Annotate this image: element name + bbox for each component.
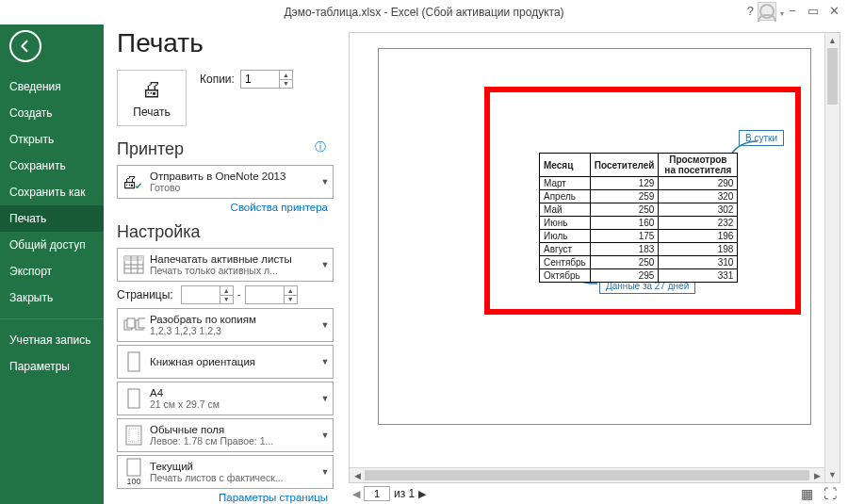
chevron-down-icon: ▼ <box>318 177 333 187</box>
portrait-icon <box>118 351 150 372</box>
printer-properties-link[interactable]: Свойства принтера <box>117 202 328 213</box>
sidebar-item-info[interactable]: Сведения <box>0 73 104 100</box>
app-title: Дэмо-таблица.xlsx - Excel (Сбой активаци… <box>284 6 563 19</box>
avatar[interactable] <box>758 2 776 21</box>
svg-rect-9 <box>139 318 145 328</box>
paper-select[interactable]: A4 21 см x 29.7 см ▼ <box>117 382 334 415</box>
sheet-icon <box>118 255 150 274</box>
margins-l2: Левое: 1.78 см Правое: 1... <box>150 435 301 447</box>
copies-input[interactable] <box>241 71 279 88</box>
back-button[interactable] <box>9 30 41 62</box>
page-icon <box>118 388 150 409</box>
sidebar-item-export[interactable]: Экспорт <box>0 258 104 285</box>
printer-select[interactable]: 🖨✔ Отправить в OneNote 2013 Готово ▼ <box>117 165 334 199</box>
scrollbar-thumb[interactable] <box>365 470 809 480</box>
chevron-up-icon[interactable]: ▲ <box>285 286 297 296</box>
next-page-button[interactable]: ▶ <box>418 488 426 500</box>
zoom-to-page-icon[interactable]: ⛶ <box>824 486 837 501</box>
print-area-l2: Печать только активных л... <box>150 265 301 276</box>
paper-l2: 21 см x 29.7 см <box>150 398 301 410</box>
margins-l1: Обычные поля <box>150 424 318 435</box>
settings-section-title: Настройка <box>117 222 334 242</box>
printer-device-icon: 🖨✔ <box>118 172 150 192</box>
chevron-down-icon: ▼ <box>318 357 333 366</box>
sidebar-item-save[interactable]: Сохранить <box>0 153 104 179</box>
svg-rect-11 <box>128 389 139 408</box>
scaling-l2: Печать листов с фактическ... <box>150 472 301 483</box>
scrollbar-thumb[interactable] <box>827 48 838 105</box>
chevron-down-icon: ▼ <box>318 431 333 440</box>
paper-l1: A4 <box>150 387 318 398</box>
orientation-select[interactable]: Книжная ориентация ▼ <box>117 345 334 379</box>
page-setup-link[interactable]: Параметры страницы <box>117 492 328 503</box>
svg-rect-14 <box>127 459 140 476</box>
sidebar-item-share[interactable]: Общий доступ <box>0 232 104 258</box>
chevron-down-icon[interactable]: ▼ <box>285 296 297 304</box>
sidebar-item-options[interactable]: Параметры <box>0 353 104 380</box>
chevron-down-icon[interactable]: ▼ <box>825 467 840 482</box>
pages-label: Страницы: <box>117 288 173 301</box>
printer-icon: 🖨 <box>141 77 162 102</box>
print-button[interactable]: 🖨 Печать <box>117 70 187 126</box>
print-area-l1: Напечатать активные листы <box>150 253 318 265</box>
printer-name: Отправить в OneNote 2013 <box>150 171 318 182</box>
pages-to-input[interactable] <box>246 286 284 303</box>
sidebar-item-account[interactable]: Учетная запись <box>0 327 104 353</box>
chevron-left-icon[interactable]: ◀ <box>350 468 365 482</box>
collate-l2: 1,2,3 1,2,3 1,2,3 <box>150 325 301 336</box>
copies-label: Копии: <box>200 73 235 86</box>
sidebar-item-saveas[interactable]: Сохранить как <box>0 179 104 205</box>
preview-page: В сутки Данные за 27 дней МесяцПосетител… <box>378 48 811 425</box>
print-area-select[interactable]: Напечатать активные листы Печать только … <box>117 248 334 282</box>
sidebar-item-print[interactable]: Печать <box>0 205 104 232</box>
copies-stepper[interactable]: ▲ ▼ <box>240 70 293 89</box>
chevron-up-icon[interactable]: ▲ <box>220 286 233 296</box>
chevron-down-icon[interactable]: ▼ <box>280 80 292 89</box>
sidebar-item-close[interactable]: Закрыть <box>0 285 104 311</box>
page-number-input[interactable] <box>364 486 390 501</box>
orient-l1: Книжная ориентация <box>150 356 318 367</box>
page-title: Печать <box>117 28 334 58</box>
show-margins-icon[interactable]: ▦ <box>801 486 813 501</box>
chevron-down-icon: ▼ <box>318 467 333 477</box>
chevron-down-icon: ▼ <box>318 320 333 330</box>
svg-rect-7 <box>127 318 135 328</box>
chevron-up-icon[interactable]: ▲ <box>280 71 292 80</box>
prev-page-button[interactable]: ◀ <box>352 488 360 500</box>
scaling-select[interactable]: 100 Текущий Печать листов с фактическ...… <box>117 455 334 489</box>
chevron-right-icon[interactable]: ▶ <box>809 468 824 482</box>
minimize-icon[interactable]: − <box>782 2 803 19</box>
svg-rect-10 <box>128 352 139 371</box>
sidebar-item-open[interactable]: Открыть <box>0 126 104 153</box>
margins-select[interactable]: Обычные поля Левое: 1.78 см Правое: 1...… <box>117 418 334 452</box>
chevron-down-icon: ▼ <box>318 260 333 269</box>
preview-table: МесяцПосетителейПросмотров на посетителя… <box>539 153 738 283</box>
help-icon[interactable]: ? <box>747 4 754 18</box>
backstage-sidebar: Сведения Создать Открыть Сохранить Сохра… <box>0 24 104 504</box>
collate-icon <box>118 315 150 335</box>
collate-select[interactable]: Разобрать по копиям 1,2,3 1,2,3 1,2,3 ▼ <box>117 308 334 342</box>
printer-section-title: Принтер <box>117 139 334 159</box>
pages-from-stepper[interactable]: ▲▼ <box>181 285 234 304</box>
margins-icon <box>118 424 150 447</box>
svg-rect-1 <box>124 256 143 261</box>
scaling-icon: 100 <box>118 458 150 486</box>
printer-status: Готово <box>150 182 301 193</box>
collate-l1: Разобрать по копиям <box>150 314 318 325</box>
info-icon[interactable]: ⓘ <box>315 139 326 155</box>
sidebar-item-new[interactable]: Создать <box>0 100 104 126</box>
pages-to-stepper[interactable]: ▲▼ <box>245 285 298 304</box>
chevron-down-icon: ▼ <box>318 394 333 403</box>
print-button-label: Печать <box>133 106 170 119</box>
pages-from-input[interactable] <box>182 286 220 303</box>
chevron-down-icon[interactable]: ▼ <box>220 296 233 304</box>
chevron-up-icon[interactable]: ▲ <box>825 33 840 48</box>
print-preview: В сутки Данные за 27 дней МесяцПосетител… <box>349 32 840 483</box>
close-icon[interactable]: ✕ <box>824 2 844 19</box>
preview-scrollbar-v[interactable]: ▲ ▼ <box>824 33 840 482</box>
scaling-l1: Текущий <box>150 461 318 472</box>
restore-icon[interactable]: ▭ <box>803 2 824 19</box>
preview-scrollbar-h[interactable]: ◀ ▶ <box>350 467 824 482</box>
page-of-label: из 1 <box>394 487 415 500</box>
